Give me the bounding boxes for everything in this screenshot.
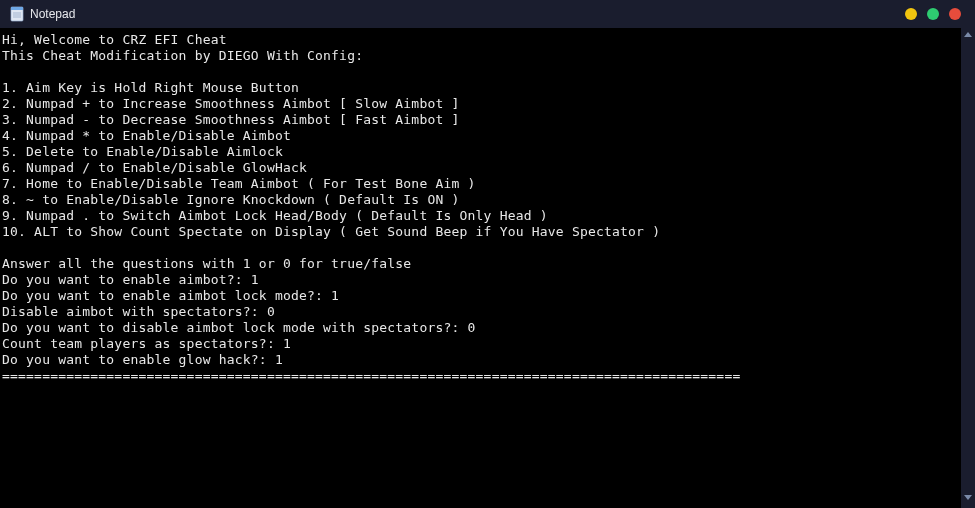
- minimize-button[interactable]: [905, 8, 917, 20]
- vertical-scrollbar[interactable]: [961, 28, 975, 508]
- maximize-button[interactable]: [927, 8, 939, 20]
- scroll-up-icon[interactable]: [964, 32, 972, 37]
- text-area[interactable]: Hi, Welcome to CRZ EFI Cheat This Cheat …: [0, 28, 961, 508]
- notepad-window: Notepad Hi, Welcome to CRZ EFI Cheat Thi…: [0, 0, 975, 508]
- close-button[interactable]: [949, 8, 961, 20]
- content-wrap: Hi, Welcome to CRZ EFI Cheat This Cheat …: [0, 28, 975, 508]
- window-controls: [905, 8, 965, 20]
- window-title: Notepad: [30, 7, 75, 21]
- notepad-icon: [10, 6, 24, 22]
- titlebar-left: Notepad: [10, 6, 75, 22]
- titlebar[interactable]: Notepad: [0, 0, 975, 28]
- scroll-down-icon[interactable]: [964, 495, 972, 500]
- svg-rect-1: [11, 7, 23, 10]
